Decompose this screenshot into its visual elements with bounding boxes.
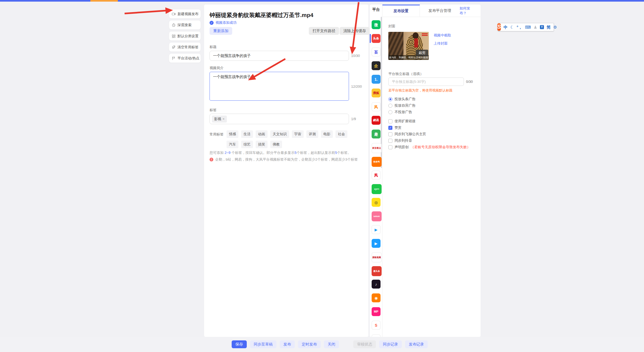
ime-keyboard-icon[interactable]: ⌨ (525, 25, 531, 29)
hint-number: 2~9 (225, 151, 231, 155)
checkbox-declare-original[interactable]: 声明原创 （若账号无原创权限会导致发布失败） (388, 145, 470, 150)
footer-buttons: 保存 同步至草稿 发布 定时发布 关闭 审核状态 同步记录 发布记录 (232, 340, 428, 348)
common-tags-label: 常用标签 (210, 132, 224, 137)
tags-input[interactable]: 影视 × (210, 114, 349, 124)
clear-upload-cache-button[interactable]: 清除上传缓存 (340, 27, 370, 35)
radio-toutiao-ads[interactable]: 投放头条广告 (388, 97, 416, 101)
platform-icon-youku[interactable]: ▶ (372, 239, 381, 248)
close-button[interactable]: 关闭 (324, 340, 339, 348)
platform-icon-toutiao[interactable]: 头条 (372, 34, 381, 43)
checkbox-extended-link[interactable]: 使用扩展链接 (388, 119, 416, 124)
thumbnail-scarf-art (414, 38, 418, 48)
independent-title-label: 平台独立标题（选填） (388, 72, 423, 76)
ime-chinese-mode-icon[interactable]: 中 (503, 25, 508, 29)
independent-title-input[interactable]: 平台独立标题(5-30字) (388, 77, 464, 86)
schedule-publish-button[interactable]: 定时发布 (298, 340, 321, 348)
common-tag[interactable]: 动画 (256, 130, 268, 138)
common-tag[interactable]: 佛教 (270, 141, 282, 148)
platform-icon-tencent-video[interactable]: ▶ (372, 225, 381, 234)
checkbox-sync-douyin[interactable]: 同步到抖音 (388, 138, 412, 143)
sidebar-item-platform-activity[interactable]: 平台活动/热点 (169, 54, 201, 63)
checkbox-checked-icon: ✓ (388, 126, 392, 130)
checkbox-icon (388, 132, 392, 136)
save-button[interactable]: 保存 (232, 340, 247, 348)
common-tag[interactable]: 天文知识 (270, 130, 289, 138)
platform-icon-sohuhao[interactable]: 搜狐 (372, 89, 381, 97)
platform-icon-sogou[interactable]: S (372, 321, 381, 330)
tags-warning-text: 企鹅，b站，网易，搜狗，大风平台视频标签不能为空，企鹅至少2个标签，网易至少3个… (215, 157, 358, 162)
common-tag[interactable]: 评测 (306, 130, 318, 138)
common-tag[interactable]: 电影 (321, 130, 333, 138)
sogou-logo-icon[interactable]: S (497, 23, 501, 31)
platform-icon-qutoutiao[interactable]: 趣 (372, 130, 381, 138)
platform-icon-meipai[interactable]: MP (372, 307, 381, 316)
checkbox-label: 同步到飞聊公共主页 (395, 132, 426, 137)
platform-icon-kuaishou[interactable]: ◉ (372, 293, 381, 302)
common-tag[interactable]: 汽车 (227, 141, 238, 148)
platform-icon-qiehao[interactable]: 企 (372, 61, 381, 70)
title-input[interactable]: 一个能预言战争的孩子 (210, 51, 349, 61)
upload-cover-link[interactable]: 上传封面 (434, 41, 448, 46)
platform-icon-bilibili[interactable]: bilibili (372, 211, 382, 221)
common-tag[interactable]: 搞笑 (256, 141, 268, 148)
ime-moon-icon[interactable]: ☾ (510, 25, 514, 29)
how-to-publish-link[interactable]: 如何发布？ (460, 6, 477, 16)
ime-punctuation-icon[interactable]: °， (517, 25, 522, 29)
platform-icon-fengxing[interactable]: 风 (372, 102, 381, 111)
platform-icon-sohu-video[interactable]: 搜狐视频 (372, 252, 382, 262)
sidebar-item-default-category[interactable]: 默认分类设置 (169, 32, 201, 40)
upload-status: ✓ 视频添加成功 (210, 20, 237, 25)
platform-icon-yidianzixun[interactable]: 1. (372, 75, 381, 84)
app-window: { "colors": { "accent": "#4a6af6", "topb… (0, 0, 644, 352)
sidebar-item-new-video-publish[interactable]: 新建视频发布 (169, 9, 201, 18)
platform-icon-iqiyi[interactable]: iQIYI (372, 184, 382, 194)
tab-platform-management[interactable]: 发布平台管理 (420, 5, 460, 17)
ime-skin-icon[interactable]: T (540, 25, 544, 29)
publish-button[interactable]: 发布 (280, 340, 295, 348)
sync-to-draft-button[interactable]: 同步至草稿 (250, 340, 276, 348)
tab-publish-settings[interactable]: 发布设置 (382, 5, 420, 17)
ime-simplified-icon[interactable]: 简 (547, 25, 551, 29)
open-file-path-button[interactable]: 打开文件路径 (309, 27, 339, 35)
platform-icon-wangyi-news[interactable]: 網易 (372, 116, 381, 125)
platform-icon-miaopai[interactable]: ◎ (372, 198, 381, 207)
radio-icon (388, 97, 392, 101)
platform-icon-baijiahao[interactable]: 百 (372, 48, 381, 56)
re-add-button[interactable]: 重新添加 (210, 27, 232, 35)
platform-icon-sina-kandian[interactable]: 新浪看点 (372, 143, 382, 153)
description-field-label: 视频简介 (210, 66, 224, 70)
common-tag[interactable]: 社会 (335, 130, 347, 138)
platform-icon-douyin[interactable]: ♪ (372, 280, 381, 289)
cover-thumbnail[interactable]: 斑马纹、荆棘纹、蛇纹以及豹纹都属于 裁剪 (388, 32, 429, 60)
sidebar-item-deep-search[interactable]: 深度搜索 (169, 21, 201, 29)
radio-no-ads[interactable]: 不投放广告 (388, 110, 412, 114)
title-field-label: 标题 (210, 45, 217, 49)
common-tag[interactable]: 宇宙 (292, 130, 304, 138)
checkbox-sync-feiliao[interactable]: 同步到飞聊公共主页 (388, 132, 426, 137)
platform-icon-kuaichuanhao[interactable]: 快传号 (372, 157, 382, 167)
sidebar-item-clear-common-tags[interactable]: 清空常用标签 (169, 43, 201, 52)
checkbox-reward[interactable]: ✓ 赞赏 (388, 125, 402, 130)
platform-icon-huitoutiao[interactable]: 惠头条 (372, 266, 382, 276)
ime-account-icon[interactable]: ♟ (533, 25, 537, 29)
ime-tools-icon[interactable]: ⚙ (553, 25, 557, 29)
capture-from-video-link[interactable]: 视频中截取 (434, 33, 451, 38)
publish-log-button[interactable]: 发布记录 (405, 340, 428, 348)
platform-icon-dafenghao[interactable]: 凤 (372, 171, 381, 180)
sidebar-item-label: 深度搜索 (177, 23, 191, 28)
common-tag[interactable]: 情感 (227, 130, 238, 138)
common-tag[interactable]: 生活 (241, 130, 253, 138)
tags-hint: 您可添加 2~9 个标签，按回车确认。部分平台最多显示5个标签，超出默认显示前5… (210, 150, 351, 155)
video-file-title: 钟丽缇紧身豹纹装戴巫婆帽过万圣节.mp4 (210, 11, 313, 19)
common-tag[interactable]: 综艺 (241, 141, 253, 148)
radio-self-ads[interactable]: 投放自营广告 (388, 103, 416, 108)
platform-icon-huawei[interactable]: ❀ (372, 334, 381, 337)
description-textarea[interactable]: 一个能预言战争的孩子1+ (210, 72, 349, 101)
sync-log-button[interactable]: 同步记录 (379, 340, 402, 348)
platform-icon-wechat-channels[interactable]: 微 (372, 20, 381, 29)
deep-search-icon (172, 23, 176, 27)
thumbnail-watermark (422, 35, 428, 36)
original-permission-warning: （若账号无原创权限会导致发布失败） (411, 145, 470, 150)
crop-button[interactable]: 裁剪 (416, 50, 428, 56)
tag-remove-icon[interactable]: × (222, 117, 225, 121)
